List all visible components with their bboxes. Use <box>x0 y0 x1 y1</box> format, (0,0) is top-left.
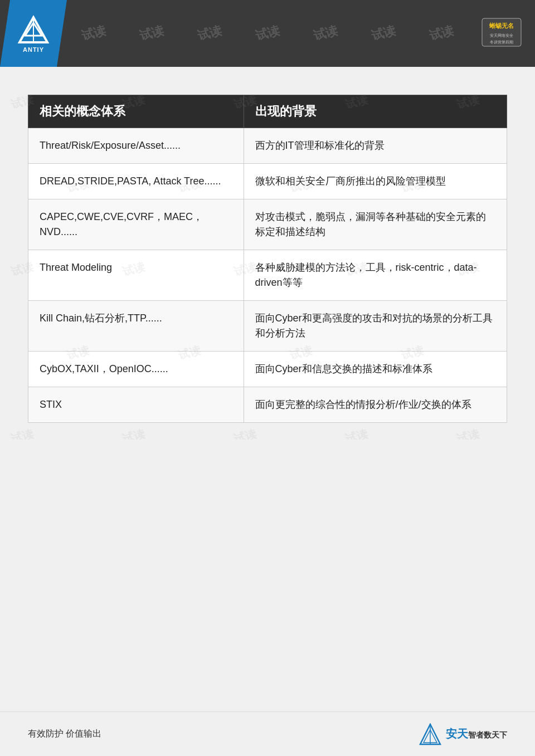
table-row: CybOX,TAXII，OpenIOC......面向Cyber和信息交换的描述… <box>28 352 507 387</box>
table-cell-col2: 面向Cyber和更高强度的攻击和对抗的场景的分析工具和分析方法 <box>244 301 507 352</box>
table-row: STIX面向更完整的综合性的情报分析/作业/交换的体系 <box>28 387 507 423</box>
logo-icon <box>17 14 50 45</box>
footer-brand-text: 安天智者数天下 <box>446 726 507 742</box>
col2-header: 出现的背景 <box>244 95 507 128</box>
table-row: Threat Modeling各种威胁建模的方法论，工具，risk-centri… <box>28 250 507 301</box>
main-wm-21: 试读 <box>232 426 258 440</box>
header: 试读 试读 试读 试读 试读 试读 试读 ANTIY 蜥蜴无名 安天网络安全 冬… <box>0 0 535 67</box>
footer: 有效防护 价值输出 安天智者数天下 <box>0 711 535 756</box>
footer-tagline: 有效防护 价值输出 <box>28 728 101 740</box>
watermark-5: 试读 <box>312 22 339 45</box>
table-cell-col2: 微软和相关安全厂商所推出的风险管理模型 <box>244 164 507 199</box>
watermark-1: 试读 <box>80 22 108 45</box>
table-cell-col2: 各种威胁建模的方法论，工具，risk-centric，data-driven等等 <box>244 250 507 301</box>
watermark-2: 试读 <box>138 22 166 45</box>
main-wm-19: 试读 <box>9 426 35 440</box>
header-brand: 蜥蜴无名 安天网络安全 冬训营第四期 <box>479 16 524 51</box>
table-cell-col1: STIX <box>28 387 244 423</box>
table-cell-col2: 面向更完整的综合性的情报分析/作业/交换的体系 <box>244 387 507 423</box>
table-row: CAPEC,CWE,CVE,CVRF，MAEC，NVD......对攻击模式，脆… <box>28 199 507 250</box>
svg-text:蜥蜴无名: 蜥蜴无名 <box>489 22 514 29</box>
svg-text:冬训营第四期: 冬训营第四期 <box>490 40 513 45</box>
watermark-3: 试读 <box>196 22 223 45</box>
main-content: 试读 试读 试读 试读 试读 试读 试读 试读 试读 试读 试读 试读 试读 试… <box>0 67 535 440</box>
footer-brand-sub: 智者数天下 <box>468 730 507 739</box>
table-cell-col1: CybOX,TAXII，OpenIOC...... <box>28 352 244 387</box>
footer-logo-icon <box>419 723 441 745</box>
table-row: Kill Chain,钻石分析,TTP......面向Cyber和更高强度的攻击… <box>28 301 507 352</box>
logo: ANTIY <box>0 0 67 67</box>
table-cell-col2: 西方的IT管理和标准化的背景 <box>244 128 507 164</box>
svg-text:安天网络安全: 安天网络安全 <box>490 33 513 37</box>
table-cell-col1: Kill Chain,钻石分析,TTP...... <box>28 301 244 352</box>
table-row: DREAD,STRIDE,PASTA, Attack Tree......微软和… <box>28 164 507 199</box>
table-cell-col1: Threat Modeling <box>28 250 244 301</box>
header-brand-icon: 蜥蜴无名 安天网络安全 冬训营第四期 <box>479 16 524 49</box>
table-header-row: 相关的概念体系 出现的背景 <box>28 95 507 128</box>
logo-text: ANTIY <box>23 46 44 53</box>
main-table: 相关的概念体系 出现的背景 Threat/Risk/Exposure/Asset… <box>28 95 507 423</box>
table-cell-col1: Threat/Risk/Exposure/Asset...... <box>28 128 244 164</box>
header-watermarks: 试读 试读 试读 试读 试读 试读 试读 <box>0 0 535 67</box>
watermark-4: 试读 <box>254 22 281 45</box>
footer-brand: 安天智者数天下 <box>419 723 507 745</box>
main-wm-20: 试读 <box>121 426 147 440</box>
watermark-7: 试读 <box>427 22 455 45</box>
table-cell-col2: 面向Cyber和信息交换的描述和标准体系 <box>244 352 507 387</box>
watermark-6: 试读 <box>369 22 397 45</box>
table-row: Threat/Risk/Exposure/Asset......西方的IT管理和… <box>28 128 507 164</box>
main-wm-23: 试读 <box>455 426 481 440</box>
footer-brand-name: 安天 <box>446 728 468 740</box>
col1-header: 相关的概念体系 <box>28 95 244 128</box>
table-cell-col2: 对攻击模式，脆弱点，漏洞等各种基础的安全元素的标定和描述结构 <box>244 199 507 250</box>
table-cell-col1: CAPEC,CWE,CVE,CVRF，MAEC，NVD...... <box>28 199 244 250</box>
main-wm-22: 试读 <box>344 426 369 440</box>
table-cell-col1: DREAD,STRIDE,PASTA, Attack Tree...... <box>28 164 244 199</box>
